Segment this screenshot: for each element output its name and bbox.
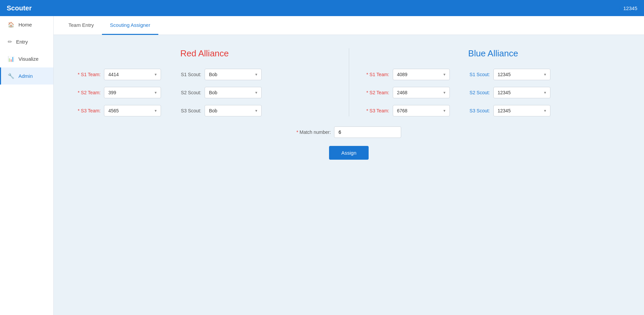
red-alliance-section: Red Alliance * S1 Team: 4414 ▾ bbox=[74, 48, 335, 116]
blue-teams-col: * S1 Team: 4089 ▾ * S2 Team: bbox=[363, 69, 450, 116]
tab-team-entry[interactable]: Team Entry bbox=[60, 16, 102, 35]
assign-row: Assign bbox=[74, 146, 624, 160]
sidebar-label-home: Home bbox=[18, 22, 32, 28]
tabs-bar: Team Entry Scouting Assigner bbox=[54, 16, 644, 35]
admin-icon: 🔧 bbox=[8, 73, 14, 79]
red-s1-scout-label: S1 Scout: bbox=[174, 72, 201, 77]
chevron-down-icon: ▾ bbox=[443, 108, 445, 113]
blue-s2-team-row: * S2 Team: 2468 ▾ bbox=[363, 87, 450, 98]
red-s3-team-value: 4565 bbox=[108, 108, 119, 113]
chevron-down-icon: ▾ bbox=[155, 72, 157, 77]
blue-s2-scout-value: 12345 bbox=[498, 90, 511, 95]
sidebar-label-admin: Admin bbox=[18, 73, 33, 79]
entry-icon: ✏ bbox=[8, 39, 12, 45]
red-s2-scout-label: S2 Scout: bbox=[174, 90, 201, 95]
red-s2-team-value: 399 bbox=[108, 90, 116, 95]
blue-alliance-rows: * S1 Team: 4089 ▾ * S2 Team: bbox=[363, 69, 624, 116]
blue-s1-team-value: 4089 bbox=[397, 72, 408, 77]
red-s2-team-label: * S2 Team: bbox=[74, 90, 101, 95]
chevron-down-icon: ▾ bbox=[155, 108, 157, 113]
chevron-down-icon: ▾ bbox=[155, 90, 157, 95]
blue-s1-team-label: * S1 Team: bbox=[363, 72, 389, 77]
sidebar: 🏠 Home ✏ Entry 📊 Visualize 🔧 Admin bbox=[0, 16, 54, 315]
red-s1-team-dropdown[interactable]: 4414 ▾ bbox=[104, 69, 161, 80]
red-s3-scout-value: Bob bbox=[209, 108, 217, 113]
chevron-down-icon: ▾ bbox=[544, 108, 546, 113]
sidebar-label-visualize: Visualize bbox=[18, 56, 39, 62]
user-id: 12345 bbox=[623, 5, 637, 11]
red-s2-scout-dropdown[interactable]: Bob ▾ bbox=[205, 87, 262, 98]
tab-scouting-assigner[interactable]: Scouting Assigner bbox=[102, 16, 158, 35]
red-s1-team-row: * S1 Team: 4414 ▾ bbox=[74, 69, 161, 80]
chevron-down-icon: ▾ bbox=[255, 90, 257, 95]
sidebar-label-entry: Entry bbox=[16, 39, 28, 45]
blue-alliance-section: Blue Alliance * S1 Team: 4089 ▾ bbox=[363, 48, 624, 116]
red-s3-team-label: * S3 Team: bbox=[74, 108, 101, 113]
user-info: 👤 12345 bbox=[614, 5, 637, 11]
blue-alliance-title: Blue Alliance bbox=[363, 48, 624, 59]
chevron-down-icon: ▾ bbox=[255, 72, 257, 77]
red-s3-team-dropdown[interactable]: 4565 ▾ bbox=[104, 105, 161, 116]
blue-s1-scout-label: S1 Scout: bbox=[463, 72, 490, 77]
red-s1-scout-dropdown[interactable]: Bob ▾ bbox=[205, 69, 262, 80]
main-layout: 🏠 Home ✏ Entry 📊 Visualize 🔧 Admin Team … bbox=[0, 16, 644, 315]
assign-button[interactable]: Assign bbox=[329, 146, 368, 160]
red-s2-scout-value: Bob bbox=[209, 90, 217, 95]
red-s1-scout-row: S1 Scout: Bob ▾ bbox=[174, 69, 262, 80]
blue-s1-scout-dropdown[interactable]: 12345 ▾ bbox=[493, 69, 550, 80]
red-scouts-col: S1 Scout: Bob ▾ S2 Scout: Bob bbox=[174, 69, 262, 116]
blue-s3-team-value: 6768 bbox=[397, 108, 408, 113]
sidebar-item-visualize[interactable]: 📊 Visualize bbox=[0, 50, 53, 67]
blue-s3-team-label: * S3 Team: bbox=[363, 108, 389, 113]
home-icon: 🏠 bbox=[8, 21, 14, 28]
app-title: Scouter bbox=[7, 4, 32, 12]
blue-s1-scout-row: S1 Scout: 12345 ▾ bbox=[463, 69, 550, 80]
blue-s1-scout-value: 12345 bbox=[498, 72, 511, 77]
blue-s2-team-dropdown[interactable]: 2468 ▾ bbox=[393, 87, 450, 98]
blue-s2-team-value: 2468 bbox=[397, 90, 408, 95]
blue-scouts-col: S1 Scout: 12345 ▾ S2 Scout: 12345 bbox=[463, 69, 550, 116]
blue-s1-team-row: * S1 Team: 4089 ▾ bbox=[363, 69, 450, 80]
chevron-down-icon: ▾ bbox=[443, 72, 445, 77]
blue-s2-scout-row: S2 Scout: 12345 ▾ bbox=[463, 87, 550, 98]
form-area: Red Alliance * S1 Team: 4414 ▾ bbox=[54, 35, 644, 173]
blue-s3-team-dropdown[interactable]: 6768 ▾ bbox=[393, 105, 450, 116]
sidebar-item-entry[interactable]: ✏ Entry bbox=[0, 33, 53, 50]
alliance-divider bbox=[349, 48, 349, 116]
blue-s3-scout-label: S3 Scout: bbox=[463, 108, 490, 113]
blue-s2-scout-label: S2 Scout: bbox=[463, 90, 490, 95]
chevron-down-icon: ▾ bbox=[443, 90, 445, 95]
chevron-down-icon: ▾ bbox=[544, 72, 546, 77]
match-number-input[interactable] bbox=[334, 126, 401, 138]
red-alliance-rows: * S1 Team: 4414 ▾ * S2 Team: bbox=[74, 69, 335, 116]
red-alliance-title: Red Alliance bbox=[74, 48, 335, 59]
red-s3-scout-dropdown[interactable]: Bob ▾ bbox=[205, 105, 262, 116]
blue-s1-team-dropdown[interactable]: 4089 ▾ bbox=[393, 69, 450, 80]
blue-s3-team-row: * S3 Team: 6768 ▾ bbox=[363, 105, 450, 116]
user-icon: 👤 bbox=[614, 5, 621, 11]
red-s1-scout-value: Bob bbox=[209, 72, 217, 77]
content-area: Team Entry Scouting Assigner Red Allianc… bbox=[54, 16, 644, 315]
sidebar-item-admin[interactable]: 🔧 Admin bbox=[0, 67, 53, 85]
red-teams-col: * S1 Team: 4414 ▾ * S2 Team: bbox=[74, 69, 161, 116]
match-number-label: * Match number: bbox=[297, 129, 331, 135]
red-s3-scout-label: S3 Scout: bbox=[174, 108, 201, 113]
blue-s3-scout-row: S3 Scout: 12345 ▾ bbox=[463, 105, 550, 116]
visualize-icon: 📊 bbox=[8, 56, 14, 62]
blue-s3-scout-dropdown[interactable]: 12345 ▾ bbox=[493, 105, 550, 116]
red-s3-team-row: * S3 Team: 4565 ▾ bbox=[74, 105, 161, 116]
chevron-down-icon: ▾ bbox=[255, 108, 257, 113]
blue-s2-scout-dropdown[interactable]: 12345 ▾ bbox=[493, 87, 550, 98]
topbar: Scouter 👤 12345 bbox=[0, 0, 644, 16]
blue-s3-scout-value: 12345 bbox=[498, 108, 511, 113]
red-s2-team-row: * S2 Team: 399 ▾ bbox=[74, 87, 161, 98]
red-s1-team-label: * S1 Team: bbox=[74, 72, 101, 77]
match-number-row: * Match number: bbox=[74, 126, 624, 138]
alliances-container: Red Alliance * S1 Team: 4414 ▾ bbox=[74, 48, 624, 116]
red-s3-scout-row: S3 Scout: Bob ▾ bbox=[174, 105, 262, 116]
red-s1-team-value: 4414 bbox=[108, 72, 119, 77]
chevron-down-icon: ▾ bbox=[544, 90, 546, 95]
red-s2-team-dropdown[interactable]: 399 ▾ bbox=[104, 87, 161, 98]
sidebar-item-home[interactable]: 🏠 Home bbox=[0, 16, 53, 33]
blue-s2-team-label: * S2 Team: bbox=[363, 90, 389, 95]
